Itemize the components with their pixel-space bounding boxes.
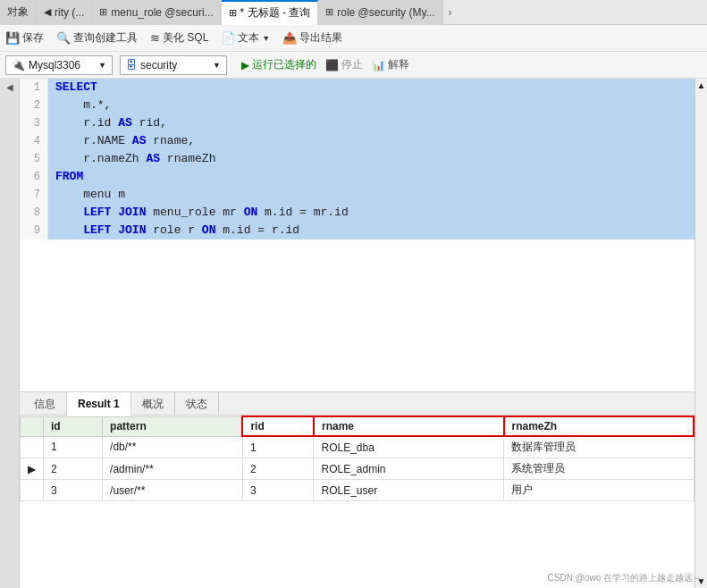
line-content-5: r.nameZh AS rnameZh — [48, 150, 694, 168]
connection-dropdown-icon: ▼ — [98, 61, 106, 70]
sql-line-1: 1SELECT — [20, 79, 694, 97]
col-header-indicator — [21, 416, 44, 436]
connection-icon: 🔌 — [12, 59, 25, 71]
sql-line-4: 4 r.NAME AS rname, — [20, 132, 694, 150]
tab-rity-label: rity (... — [55, 6, 84, 19]
run-selected-button[interactable]: ▶ 运行已选择的 — [241, 57, 316, 72]
results-panel: 信息 Result 1 概况 状态 id pattern rid rname r… — [20, 391, 694, 588]
tab-status[interactable]: 状态 — [175, 392, 219, 416]
results-table-wrap[interactable]: id pattern rid rname rnameZh 1/db/**1ROL… — [20, 416, 694, 588]
tab-role-icon: ⊞ — [325, 6, 333, 18]
line-content-6: FROM — [48, 168, 694, 186]
sql-line-2: 2 m.*, — [20, 97, 694, 114]
cell-rname: ROLE_admin — [314, 458, 504, 480]
line-content-9: LEFT JOIN role r ON m.id = r.id — [48, 222, 694, 239]
cell-rname: ROLE_user — [314, 480, 504, 501]
table-row[interactable]: 3/user/**3ROLE_user用户 — [21, 480, 694, 501]
tab-info[interactable]: 信息 — [23, 392, 67, 416]
stop-label: 停止 — [341, 57, 363, 72]
sql-line-7: 7 menu m — [20, 186, 694, 204]
cell-rid: 3 — [242, 480, 314, 501]
beautify-button[interactable]: ≋ 美化 SQL — [150, 30, 208, 46]
explain-button[interactable]: 📊 解释 — [372, 57, 409, 72]
tab-menu-role[interactable]: ⊞ menu_role @securi... — [92, 0, 221, 25]
save-button[interactable]: 💾 保存 — [5, 30, 44, 46]
line-content-3: r.id AS rid, — [48, 114, 694, 132]
tab-menu-role-icon: ⊞ — [99, 6, 107, 18]
sql-line-9: 9 LEFT JOIN role r ON m.id = r.id — [20, 222, 694, 239]
query-builder-button[interactable]: 🔍 查询创建工具 — [56, 30, 138, 46]
table-row[interactable]: ▶2/admin/**2ROLE_admin系统管理员 — [21, 458, 694, 480]
text-icon: 📄 — [221, 31, 235, 45]
tab-result1[interactable]: Result 1 — [67, 392, 131, 416]
text-label: 文本 — [238, 30, 259, 46]
tab-untitled[interactable]: ⊞ * 无标题 - 查询 — [222, 0, 319, 25]
right-scrollbar[interactable]: ▲ ▼ — [694, 79, 707, 588]
line-number-9: 9 — [20, 222, 48, 239]
scroll-up-icon[interactable]: ▲ — [695, 79, 707, 92]
editor-area: 1SELECT2 m.*,3 r.id AS rid,4 r.NAME AS r… — [20, 79, 694, 588]
cell-id: 3 — [44, 480, 103, 501]
line-number-2: 2 — [20, 97, 48, 114]
line-content-8: LEFT JOIN menu_role mr ON m.id = mr.id — [48, 204, 694, 222]
database-select[interactable]: 🗄 security ▼ — [120, 55, 227, 75]
beautify-icon: ≋ — [150, 31, 160, 45]
tab-menu-role-label: menu_role @securi... — [111, 6, 213, 19]
line-number-3: 3 — [20, 114, 48, 132]
col-header-rnameZh: rnameZh — [504, 416, 694, 436]
run-icon: ▶ — [241, 59, 249, 71]
sql-editor[interactable]: 1SELECT2 m.*,3 r.id AS rid,4 r.NAME AS r… — [20, 79, 694, 391]
cell-id: 1 — [44, 436, 103, 458]
table-header-row: id pattern rid rname rnameZh — [21, 416, 694, 436]
col-header-rname: rname — [314, 416, 504, 436]
text-button[interactable]: 📄 文本 ▼ — [221, 30, 270, 46]
run-label: 运行已选择的 — [252, 57, 316, 72]
tab-rity-icon: ◀ — [44, 6, 51, 18]
export-button[interactable]: 📤 导出结果 — [282, 30, 342, 46]
cell-pattern: /db/** — [103, 436, 243, 458]
tab-overview[interactable]: 概况 — [131, 392, 175, 416]
cell-rid: 1 — [242, 436, 314, 458]
beautify-label: 美化 SQL — [163, 30, 208, 46]
save-label: 保存 — [22, 30, 44, 46]
cell-pattern: /admin/** — [103, 458, 243, 480]
connection-value: Mysql3306 — [29, 59, 80, 71]
cell-rnameZh: 用户 — [504, 480, 694, 501]
line-number-5: 5 — [20, 150, 48, 168]
stop-button[interactable]: ⬛ 停止 — [325, 57, 363, 72]
text-dropdown-icon: ▼ — [262, 34, 270, 43]
stop-icon: ⬛ — [325, 59, 339, 71]
toolbar: 💾 保存 🔍 查询创建工具 ≋ 美化 SQL 📄 文本 ▼ 📤 导出结果 — [0, 25, 707, 52]
cell-id: 2 — [44, 458, 103, 480]
table-row[interactable]: 1/db/**1ROLE_dba数据库管理员 — [21, 436, 694, 458]
cell-rid: 2 — [242, 458, 314, 480]
line-content-2: m.*, — [48, 97, 694, 114]
tab-role[interactable]: ⊞ role @security (My... — [318, 0, 442, 25]
tab-obj[interactable]: 对象 — [0, 0, 37, 25]
line-number-4: 4 — [20, 132, 48, 150]
row-indicator — [21, 480, 44, 501]
results-table: id pattern rid rname rnameZh 1/db/**1ROL… — [20, 416, 694, 501]
connection-select[interactable]: 🔌 Mysql3306 ▼ — [5, 55, 113, 75]
database-dropdown-icon: ▼ — [213, 61, 221, 70]
sql-line-8: 8 LEFT JOIN menu_role mr ON m.id = mr.id — [20, 204, 694, 222]
sidebar-collapse-icon[interactable]: ◀ — [6, 82, 13, 92]
col-header-rid: rid — [242, 416, 314, 436]
col-header-pattern: pattern — [103, 416, 243, 436]
tab-more-button[interactable]: › — [443, 6, 458, 19]
sql-line-6: 6FROM — [20, 168, 694, 186]
col-header-id: id — [44, 416, 103, 436]
tab-untitled-icon: ⊞ — [229, 7, 237, 19]
tab-role-label: role @security (My... — [337, 6, 434, 19]
line-number-8: 8 — [20, 204, 48, 222]
sql-line-5: 5 r.nameZh AS rnameZh — [20, 150, 694, 168]
query-builder-icon: 🔍 — [56, 31, 71, 45]
row-indicator: ▶ — [21, 458, 44, 480]
tab-rity[interactable]: ◀ rity (... — [37, 0, 92, 25]
sql-lines: 1SELECT2 m.*,3 r.id AS rid,4 r.NAME AS r… — [20, 79, 694, 239]
run-area: ▶ 运行已选择的 ⬛ 停止 📊 解释 — [241, 57, 409, 72]
line-number-6: 6 — [20, 168, 48, 186]
left-sidebar: ◀ — [0, 79, 20, 588]
line-content-1: SELECT — [48, 79, 694, 97]
row-indicator — [21, 436, 44, 458]
